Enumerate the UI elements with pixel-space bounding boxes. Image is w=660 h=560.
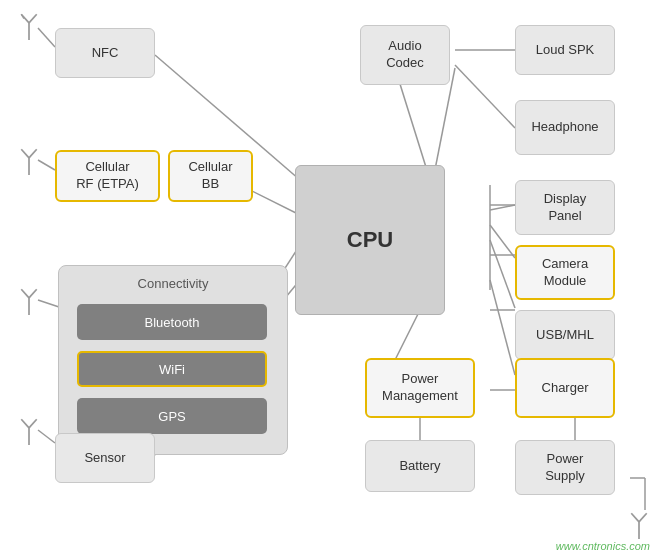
svg-line-40 bbox=[631, 513, 639, 522]
svg-line-37 bbox=[21, 419, 29, 428]
wifi-block: WiFi bbox=[77, 351, 267, 387]
gps-block: GPS bbox=[77, 398, 267, 434]
svg-line-0 bbox=[38, 28, 55, 47]
wifi-label: WiFi bbox=[159, 362, 185, 377]
battery-label: Battery bbox=[399, 458, 440, 475]
gps-label: GPS bbox=[158, 409, 185, 424]
headphone-label: Headphone bbox=[531, 119, 598, 136]
bluetooth-block: Bluetooth bbox=[77, 304, 267, 340]
svg-line-10 bbox=[490, 225, 515, 258]
camera-module-label: Camera Module bbox=[542, 256, 588, 290]
loud-spk-label: Loud SPK bbox=[536, 42, 595, 59]
svg-line-13 bbox=[490, 280, 515, 375]
battery-block: Battery bbox=[365, 440, 475, 492]
power-supply-block: Power Supply bbox=[515, 440, 615, 495]
camera-module-block: Camera Module bbox=[515, 245, 615, 300]
antenna-4-icon bbox=[18, 415, 40, 448]
antenna-5-icon bbox=[628, 509, 650, 542]
cellular-bb-block: Cellular BB bbox=[168, 150, 253, 202]
connectivity-container: Connectivity Bluetooth WiFi GPS bbox=[58, 265, 288, 455]
cellular-bb-label: Cellular BB bbox=[188, 159, 232, 193]
svg-line-38 bbox=[29, 419, 37, 428]
svg-line-1 bbox=[38, 160, 55, 170]
cellular-rf-label: Cellular RF (ETPA) bbox=[76, 159, 139, 193]
usb-mhl-label: USB/MHL bbox=[536, 327, 594, 344]
power-supply-label: Power Supply bbox=[545, 451, 585, 485]
svg-line-31 bbox=[21, 149, 29, 158]
usb-mhl-block: USB/MHL bbox=[515, 310, 615, 360]
svg-line-3 bbox=[38, 430, 55, 443]
cpu-block: CPU bbox=[295, 165, 445, 315]
svg-line-41 bbox=[639, 513, 647, 522]
svg-line-28 bbox=[29, 14, 37, 23]
watermark: www.cntronics.com bbox=[556, 540, 650, 552]
connectivity-label: Connectivity bbox=[138, 276, 209, 291]
display-panel-label: Display Panel bbox=[544, 191, 587, 225]
nfc-block: NFC bbox=[55, 28, 155, 78]
audio-codec-block: Audio Codec bbox=[360, 25, 450, 85]
sensor-block: Sensor bbox=[55, 433, 155, 483]
power-management-label: Power Management bbox=[382, 371, 458, 405]
charger-block: Charger bbox=[515, 358, 615, 418]
cpu-label: CPU bbox=[347, 226, 393, 255]
power-management-block: Power Management bbox=[365, 358, 475, 418]
svg-line-34 bbox=[21, 289, 29, 298]
svg-line-32 bbox=[29, 149, 37, 158]
antenna-2-icon bbox=[18, 145, 40, 178]
cellular-rf-block: Cellular RF (ETPA) bbox=[55, 150, 160, 202]
sensor-label: Sensor bbox=[84, 450, 125, 467]
audio-codec-label: Audio Codec bbox=[386, 38, 424, 72]
headphone-block: Headphone bbox=[515, 100, 615, 155]
antenna-3-icon bbox=[18, 285, 40, 318]
svg-line-7 bbox=[455, 65, 515, 128]
svg-line-35 bbox=[29, 289, 37, 298]
display-panel-block: Display Panel bbox=[515, 180, 615, 235]
antenna-1-icon bbox=[18, 10, 40, 43]
svg-line-11 bbox=[490, 240, 515, 308]
svg-line-9 bbox=[490, 205, 515, 210]
bluetooth-label: Bluetooth bbox=[145, 315, 200, 330]
nfc-label: NFC bbox=[92, 45, 119, 62]
loud-spk-block: Loud SPK bbox=[515, 25, 615, 75]
charger-label: Charger bbox=[542, 380, 589, 397]
